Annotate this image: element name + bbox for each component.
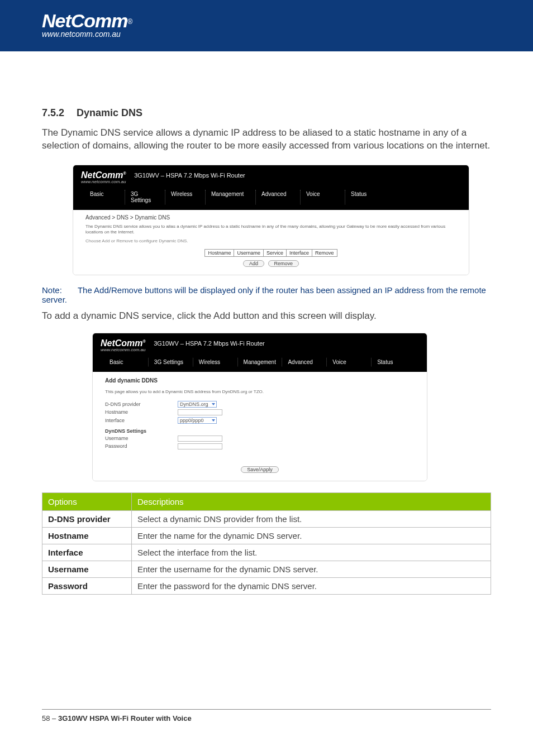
col-remove: Remove <box>312 250 337 257</box>
shot1-suburl: www.netcomm.com.au <box>81 179 461 184</box>
nav2-advanced[interactable]: Advanced <box>282 358 326 366</box>
save-apply-button[interactable]: Save/Apply <box>241 466 279 473</box>
shot1-body: Advanced > DNS > Dynamic DNS The Dynamic… <box>73 210 469 275</box>
nav2-status[interactable]: Status <box>371 358 416 366</box>
desc-hostname: Enter the name for the dynamic DNS serve… <box>132 527 491 544</box>
footer-product: 3G10WV HSPA Wi-Fi Router with Voice <box>58 714 192 722</box>
interface-label: Interface <box>105 418 178 423</box>
shot1-logo: NetComm® <box>81 170 126 180</box>
note-label: Note: <box>42 285 75 295</box>
desc-password: Enter the password for the dynamic DNS s… <box>132 577 491 594</box>
page-content: 7.5.2Dynamic DNS The Dynamic DNS service… <box>0 51 533 595</box>
brand-name: NetComm <box>42 10 128 31</box>
col-username: Username <box>234 250 264 257</box>
note-row: Note: The Add/Remove buttons will be dis… <box>42 285 491 304</box>
shot1-header: NetComm® 3G10WV – HSPA 7.2 Mbps Wi-Fi Ro… <box>73 165 469 186</box>
nav-voice[interactable]: Voice <box>300 190 345 204</box>
brand-logo: NetComm® www.netcomm.com.au <box>42 10 132 39</box>
add-intro: To add a dynamic DNS service, click the … <box>42 310 491 323</box>
screenshot-ddns-list: NetComm® 3G10WV – HSPA 7.2 Mbps Wi-Fi Ro… <box>73 165 469 276</box>
shot1-desc: The Dynamic DNS service allows you to al… <box>85 224 456 236</box>
brand-url: www.netcomm.com.au <box>42 30 132 39</box>
opt-password: Password <box>42 577 132 594</box>
col-interface: Interface <box>287 250 312 257</box>
interface-select[interactable]: ppp0/ppp0 <box>178 417 217 424</box>
opt-ddns-provider: D-DNS provider <box>42 510 132 527</box>
remove-button[interactable]: Remove <box>268 260 299 267</box>
opt-hostname: Hostname <box>42 527 132 544</box>
section-intro: The Dynamic DNS service allows a dynamic… <box>42 127 491 152</box>
shot1-hint: Choose Add or Remove to configure Dynami… <box>85 238 456 243</box>
hostname-label: Hostname <box>105 409 178 415</box>
provider-select[interactable]: DynDNS.org <box>178 401 217 408</box>
password-label: Password <box>105 443 178 449</box>
add-button[interactable]: Add <box>243 260 264 267</box>
desc-username: Enter the username for the dynamic DNS s… <box>132 561 491 577</box>
hostname-input[interactable] <box>178 409 222 415</box>
nav2-management[interactable]: Management <box>237 358 282 366</box>
username-label: Username <box>105 436 178 441</box>
ddns-table: Hostname Username Service Interface Remo… <box>204 249 337 257</box>
nav-management[interactable]: Management <box>205 190 255 204</box>
shot2-body: Add dynamic DDNS This page allows you to… <box>93 372 427 480</box>
opt-username: Username <box>42 561 132 577</box>
opt-interface: Interface <box>42 544 132 561</box>
password-input[interactable] <box>178 443 222 449</box>
section-title: Dynamic DNS <box>77 107 142 118</box>
shot2-heading: Add dynamic DDNS <box>105 377 415 384</box>
th-descriptions: Descriptions <box>132 492 491 510</box>
table-row: Password Enter the password for the dyna… <box>42 577 491 594</box>
provider-label: D-DNS provider <box>105 401 178 407</box>
table-row: Hostname Enter the name for the dynamic … <box>42 527 491 544</box>
shot2-suburl: www.netcomm.com.au <box>101 347 419 352</box>
nav2-basic[interactable]: Basic <box>104 358 148 366</box>
footer-page: 58 – <box>42 714 58 722</box>
nav-3g-settings[interactable]: 3G Settings <box>125 190 165 204</box>
nav-wireless[interactable]: Wireless <box>165 190 205 204</box>
table-row: Username Enter the username for the dyna… <box>42 561 491 577</box>
registered-icon: ® <box>128 18 133 26</box>
nav2-voice[interactable]: Voice <box>326 358 371 366</box>
section-number: 7.5.2 <box>42 107 64 118</box>
page-footer: 58 – 3G10WV HSPA Wi-Fi Router with Voice <box>42 709 491 722</box>
shot2-device-title: 3G10WV – HSPA 7.2 Mbps Wi-Fi Router <box>154 340 264 347</box>
shot2-header: NetComm® 3G10WV – HSPA 7.2 Mbps Wi-Fi Ro… <box>93 333 427 355</box>
shot2-nav: Basic 3G Settings Wireless Management Ad… <box>93 355 427 372</box>
breadcrumb: Advanced > DNS > Dynamic DNS <box>85 214 456 221</box>
section-heading: 7.5.2Dynamic DNS <box>42 107 491 119</box>
note-text: The Add/Remove buttons will be displayed… <box>42 285 486 304</box>
screenshot-ddns-add: NetComm® 3G10WV – HSPA 7.2 Mbps Wi-Fi Ro… <box>92 333 427 481</box>
col-hostname: Hostname <box>205 250 234 257</box>
nav-basic[interactable]: Basic <box>84 190 125 204</box>
th-options: Options <box>42 492 132 510</box>
table-row: D-DNS provider Select a dynamic DNS prov… <box>42 510 491 527</box>
desc-ddns-provider: Select a dynamic DNS provider from the l… <box>132 510 491 527</box>
shot2-subtext: This page allows you to add a Dynamic DN… <box>105 389 415 395</box>
table-row: Interface Select the interface from the … <box>42 544 491 561</box>
options-table: Options Descriptions D-DNS provider Sele… <box>42 492 491 595</box>
page-header-band: NetComm® www.netcomm.com.au <box>0 0 533 51</box>
shot1-nav: Basic 3G Settings Wireless Management Ad… <box>73 186 469 210</box>
dyndns-settings-label: DynDNS Settings <box>105 428 415 434</box>
nav2-3g-settings[interactable]: 3G Settings <box>148 358 193 366</box>
col-service: Service <box>263 250 286 257</box>
nav2-wireless[interactable]: Wireless <box>193 358 237 366</box>
desc-interface: Select the interface from the list. <box>132 544 491 561</box>
username-input[interactable] <box>178 436 222 442</box>
nav-advanced[interactable]: Advanced <box>255 190 300 204</box>
nav-status[interactable]: Status <box>345 190 384 204</box>
shot1-device-title: 3G10WV – HSPA 7.2 Mbps Wi-Fi Router <box>134 172 245 179</box>
